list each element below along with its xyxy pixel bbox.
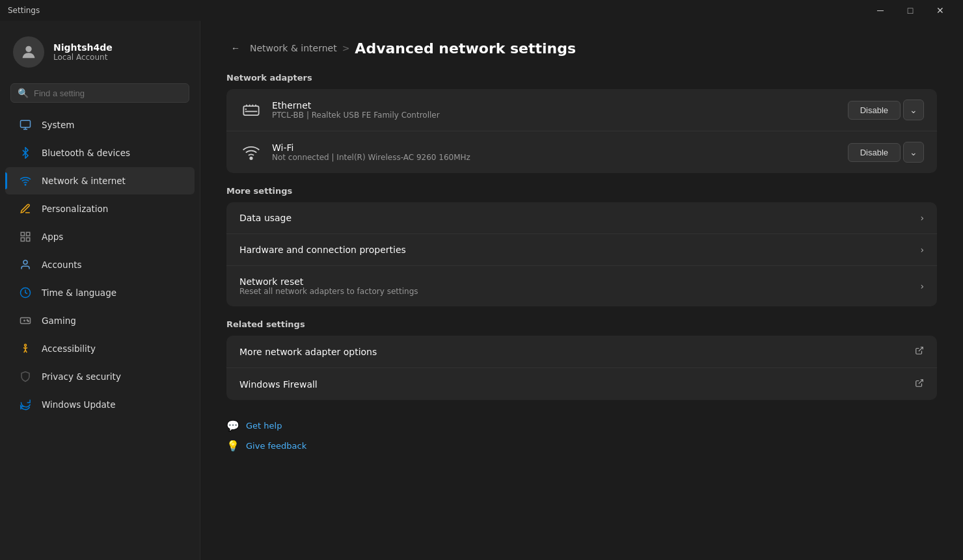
sidebar-item-gaming[interactable]: Gaming [5, 307, 195, 334]
wifi-name: Wi-Fi [272, 142, 848, 153]
search-icon: 🔍 [18, 88, 29, 98]
data-usage-info: Data usage [239, 213, 920, 223]
get-help-link[interactable]: 💬 Get help [226, 420, 937, 432]
svg-point-9 [23, 260, 27, 264]
system-icon [18, 118, 33, 132]
firewall-info: Windows Firewall [239, 379, 915, 390]
sidebar-item-label-gaming: Gaming [42, 315, 76, 326]
ethernet-expand-button[interactable]: ⌄ [903, 100, 924, 120]
sidebar-item-label-privacy: Privacy & security [42, 371, 121, 382]
hardware-title: Hardware and connection properties [239, 245, 920, 255]
title-bar-title: Settings [8, 6, 40, 15]
wifi-expand-button[interactable]: ⌄ [903, 142, 924, 163]
get-help-label: Get help [246, 421, 282, 431]
more-settings-label: More settings [226, 186, 937, 196]
svg-rect-17 [243, 106, 258, 115]
svg-point-16 [25, 344, 27, 346]
hardware-info: Hardware and connection properties [239, 245, 920, 255]
sidebar-item-bluetooth[interactable]: Bluetooth & devices [5, 139, 195, 167]
windows-update-icon [18, 397, 33, 412]
ethernet-info: EthernetPTCL-BB | Realtek USB FE Family … [272, 100, 848, 120]
user-profile[interactable]: Nightsh4de Local Account [0, 21, 200, 81]
svg-line-20 [919, 380, 923, 384]
sidebar-item-label-system: System [42, 120, 74, 130]
settings-row-data-usage[interactable]: Data usage› [226, 202, 937, 234]
sidebar-item-time[interactable]: Time & language [5, 279, 195, 306]
maximize-button[interactable]: □ [895, 0, 925, 21]
ethernet-icon [239, 98, 263, 122]
adapter-row-ethernet: EthernetPTCL-BB | Realtek USB FE Family … [226, 89, 937, 131]
bluetooth-icon [18, 146, 33, 160]
title-bar-controls: ─ □ ✕ [865, 0, 955, 21]
close-button[interactable]: ✕ [925, 0, 955, 21]
svg-point-4 [25, 184, 26, 185]
accessibility-icon [18, 341, 33, 356]
user-info: Nightsh4de Local Account [53, 42, 113, 62]
svg-point-0 [25, 46, 31, 52]
network-reset-info: Network resetReset all network adapters … [239, 276, 920, 296]
more-adapter-external-icon [915, 346, 924, 357]
hardware-arrow-icon: › [920, 245, 924, 255]
more-settings-card: Data usage›Hardware and connection prope… [226, 202, 937, 306]
user-type: Local Account [53, 53, 113, 62]
ethernet-desc: PTCL-BB | Realtek USB FE Family Controll… [272, 111, 848, 120]
sidebar-item-apps[interactable]: Apps [5, 223, 195, 250]
main-content: ← Network & internet > Advanced network … [200, 21, 963, 560]
sidebar-item-accessibility[interactable]: Accessibility [5, 335, 195, 362]
wifi-controls: Disable⌄ [848, 142, 924, 163]
wifi-icon [239, 140, 263, 164]
app-container: Nightsh4de Local Account 🔍 SystemBluetoo… [0, 21, 963, 560]
sidebar-item-label-windows-update: Windows Update [42, 399, 115, 410]
settings-row-hardware[interactable]: Hardware and connection properties› [226, 234, 937, 266]
accounts-icon [18, 258, 33, 272]
help-icon: 💬 [226, 420, 239, 432]
svg-line-19 [919, 347, 923, 351]
sidebar-item-label-accounts: Accounts [42, 260, 82, 270]
personalization-icon [18, 202, 33, 216]
related-settings-card: More network adapter optionsWindows Fire… [226, 336, 937, 400]
sidebar-item-windows-update[interactable]: Windows Update [5, 391, 195, 418]
svg-rect-5 [21, 232, 24, 235]
adapter-row-wifi: Wi-FiNot connected | Intel(R) Wireless-A… [226, 131, 937, 173]
firewall-external-icon [915, 379, 924, 390]
gaming-icon [18, 313, 33, 328]
breadcrumb-link[interactable]: Network & internet [250, 43, 337, 53]
apps-icon [18, 230, 33, 244]
page-title: Advanced network settings [355, 40, 576, 57]
sidebar-item-network[interactable]: Network & internet [5, 167, 195, 194]
minimize-button[interactable]: ─ [865, 0, 895, 21]
network-reset-arrow-icon: › [920, 281, 924, 291]
title-bar-left: Settings [8, 6, 40, 15]
time-icon [18, 286, 33, 300]
svg-point-15 [28, 321, 29, 322]
back-button[interactable]: ← [226, 39, 245, 57]
sidebar-item-label-network: Network & internet [42, 176, 126, 186]
sidebar-item-system[interactable]: System [5, 111, 195, 139]
sidebar-nav: SystemBluetooth & devicesNetwork & inter… [0, 111, 200, 419]
search-input[interactable] [34, 88, 182, 98]
related-settings-label: Related settings [226, 319, 937, 329]
ethernet-disable-button[interactable]: Disable [848, 101, 901, 120]
sidebar-item-personalization[interactable]: Personalization [5, 195, 195, 222]
more-adapter-info: More network adapter options [239, 347, 915, 357]
svg-rect-8 [21, 238, 24, 241]
sidebar-item-label-personalization: Personalization [42, 204, 108, 214]
related-row-firewall[interactable]: Windows Firewall [226, 368, 937, 400]
wifi-disable-button[interactable]: Disable [848, 143, 901, 162]
sidebar-item-label-time: Time & language [42, 287, 116, 298]
settings-row-network-reset[interactable]: Network resetReset all network adapters … [226, 266, 937, 306]
privacy-icon [18, 369, 33, 384]
sidebar: Nightsh4de Local Account 🔍 SystemBluetoo… [0, 21, 200, 560]
give-feedback-link[interactable]: 💡 Give feedback [226, 440, 937, 452]
sidebar-item-accounts[interactable]: Accounts [5, 251, 195, 278]
network-adapters-card: EthernetPTCL-BB | Realtek USB FE Family … [226, 89, 937, 173]
search-box[interactable]: 🔍 [10, 83, 189, 103]
give-feedback-label: Give feedback [246, 441, 306, 451]
sidebar-item-privacy[interactable]: Privacy & security [5, 363, 195, 390]
data-usage-arrow-icon: › [920, 213, 924, 223]
firewall-title: Windows Firewall [239, 379, 915, 390]
network-reset-title: Network reset [239, 276, 920, 287]
ethernet-name: Ethernet [272, 100, 848, 111]
related-row-more-adapter[interactable]: More network adapter options [226, 336, 937, 368]
sidebar-item-label-bluetooth: Bluetooth & devices [42, 148, 130, 158]
